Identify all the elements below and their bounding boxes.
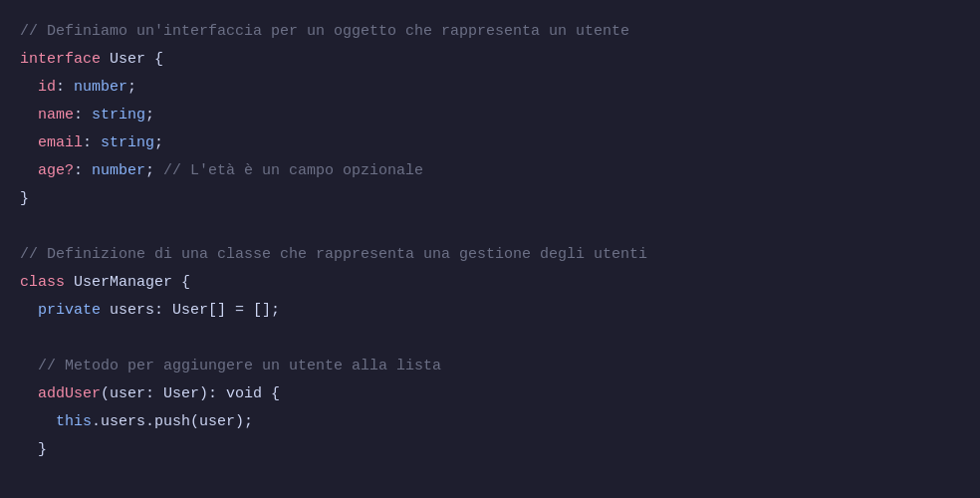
code-token xyxy=(101,46,110,74)
code-token: // Metodo per aggiungere un utente alla … xyxy=(38,353,441,380)
code-line: id: number; xyxy=(20,74,960,102)
code-token: // Definiamo un'interfaccia per un ogget… xyxy=(20,18,629,46)
code-token xyxy=(20,102,38,129)
code-token xyxy=(20,353,38,380)
code-token: number xyxy=(74,74,127,102)
code-token: UserManager xyxy=(74,269,172,297)
code-token xyxy=(20,297,38,325)
code-token: : xyxy=(74,157,92,185)
code-token: addUser xyxy=(38,380,101,408)
code-token: class xyxy=(20,269,65,297)
code-token: : xyxy=(83,129,101,157)
code-token: ): void { xyxy=(199,380,280,408)
code-line: // Metodo per aggiungere un utente alla … xyxy=(20,353,960,380)
code-token: } xyxy=(20,185,29,213)
code-token: ; xyxy=(145,157,163,185)
code-line: this.users.push(user); xyxy=(20,408,960,436)
code-token: number xyxy=(92,157,145,185)
code-token: string xyxy=(101,129,154,157)
code-token: { xyxy=(172,269,190,297)
code-line: private users: User[] = []; xyxy=(20,297,960,325)
code-token: = []; xyxy=(226,297,280,325)
code-token: : xyxy=(74,102,92,129)
code-line xyxy=(20,213,960,241)
code-token: ; xyxy=(145,102,154,129)
code-token: } xyxy=(38,436,47,464)
code-token: private xyxy=(38,297,101,325)
code-line: interface User { xyxy=(20,46,960,74)
code-token: User xyxy=(172,297,208,325)
code-token: (user: xyxy=(101,380,163,408)
code-token: User xyxy=(163,380,199,408)
code-token: email xyxy=(38,129,83,157)
code-token xyxy=(20,408,56,436)
code-token xyxy=(20,380,38,408)
code-token xyxy=(65,269,74,297)
code-line: } xyxy=(20,185,960,213)
code-line: } xyxy=(20,436,960,464)
code-line: class UserManager { xyxy=(20,269,960,297)
code-line: addUser(user: User): void { xyxy=(20,380,960,408)
code-token: age? xyxy=(38,157,74,185)
code-line: email: string; xyxy=(20,129,960,157)
code-line: name: string; xyxy=(20,102,960,129)
code-line: // Definizione di una classe che rappres… xyxy=(20,241,960,269)
code-token: string xyxy=(92,102,145,129)
code-token: name xyxy=(38,102,74,129)
code-token xyxy=(20,74,38,102)
code-token: this xyxy=(56,408,92,436)
code-token: User xyxy=(110,46,145,74)
code-token: interface xyxy=(20,46,101,74)
code-token: ; xyxy=(127,74,136,102)
code-token: { xyxy=(145,46,163,74)
code-token: users: xyxy=(101,297,172,325)
code-line: age?: number; // L'età è un campo opzion… xyxy=(20,157,960,185)
code-token: [] xyxy=(208,297,226,325)
code-token: // L'età è un campo opzionale xyxy=(163,157,423,185)
code-line: // Definiamo un'interfaccia per un ogget… xyxy=(20,18,960,46)
code-token: ; xyxy=(154,129,163,157)
code-editor: // Definiamo un'interfaccia per un ogget… xyxy=(0,0,980,498)
code-token: .users.push(user); xyxy=(92,408,253,436)
code-token xyxy=(20,157,38,185)
code-token xyxy=(20,129,38,157)
code-token xyxy=(20,436,38,464)
code-token: // Definizione di una classe che rappres… xyxy=(20,241,647,269)
code-line xyxy=(20,325,960,353)
code-token: : xyxy=(56,74,74,102)
code-token: id xyxy=(38,74,56,102)
